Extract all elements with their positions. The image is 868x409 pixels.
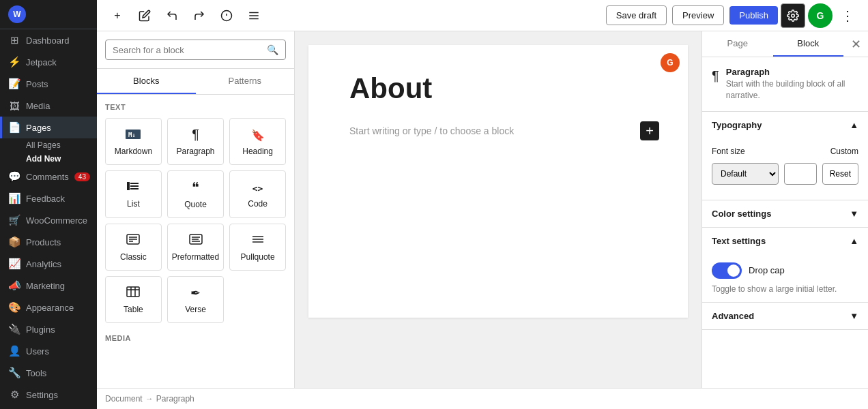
block-item-markdown[interactable]: M↓Markdown [105,118,162,165]
block-item-list[interactable]: List [105,170,162,218]
sidebar-item-posts[interactable]: 📝Posts [0,73,97,95]
drop-cap-toggle[interactable] [712,262,742,279]
custom-label: Custom [830,147,858,156]
svg-rect-26 [127,287,139,297]
sidebar-item-dashboard[interactable]: ⊞Dashboard [0,29,97,51]
font-size-select[interactable]: DefaultSmallMediumLargeX-Large [712,163,779,185]
text-settings-chevron-icon: ▲ [850,236,858,246]
dashboard-icon: ⊞ [8,34,20,46]
list-view-button[interactable] [242,3,266,28]
publish-button[interactable]: Publish [729,6,778,25]
page-title[interactable]: About [349,72,647,105]
block-item-quote[interactable]: ❝Quote [167,170,224,218]
block-inserter-panel: 🔍 Blocks Patterns TEXT M↓Markdown¶Paragr… [97,31,295,388]
block-item-preformatted[interactable]: Preformatted [167,224,224,271]
sidebar-item-appearance[interactable]: 🎨Appearance [0,297,97,318]
paragraph-label: Paragraph [176,147,214,156]
drop-cap-row: Drop cap [712,262,858,279]
sidebar-logo[interactable]: W [0,0,97,29]
wp-logo-icon: W [8,5,26,23]
block-placeholder[interactable]: Start writing or type / to choose a bloc… [349,119,647,143]
badge-comments: 43 [74,172,90,181]
color-settings-header[interactable]: Color settings ▼ [702,200,868,227]
preview-button[interactable]: Preview [672,5,724,25]
svg-text:M↓: M↓ [128,132,136,138]
block-item-code[interactable]: <>Code [229,170,286,218]
sidebar-sub-add-new[interactable]: Add New [0,152,97,166]
breadcrumb-document[interactable]: Document [105,394,143,404]
settings-button[interactable] [781,3,805,28]
grammarly-toolbar-button[interactable]: G [808,3,833,28]
edit-button[interactable] [132,3,157,28]
main-content: + Save draft Preview Publish G ⋮ [97,0,868,409]
typography-header[interactable]: Typography ▲ [702,112,868,138]
add-block-button[interactable]: + [105,3,130,28]
text-settings-label: Text settings [712,236,766,246]
table-icon [126,285,140,301]
block-item-pullquote[interactable]: Pullquote [229,224,286,271]
sidebar-item-tools[interactable]: 🔧Tools [0,362,97,384]
tab-blocks[interactable]: Blocks [97,69,196,94]
category-text-label: TEXT [105,103,286,111]
redo-button[interactable] [187,3,212,28]
markdown-icon: M↓ [126,127,141,142]
sidebar-label-settings: Settings [26,390,58,400]
reset-font-size-button[interactable]: Reset [822,163,858,185]
sidebar-label-products: Products [26,237,61,247]
info-button[interactable] [214,3,239,28]
sidebar-sub-all-pages[interactable]: All Pages [0,138,97,152]
block-search-wrapper: 🔍 [105,40,286,60]
sidebar-item-plugins[interactable]: 🔌Plugins [0,318,97,340]
breadcrumb-arrow: → [145,394,154,404]
block-item-paragraph[interactable]: ¶Paragraph [167,118,224,165]
editor-toolbar: + Save draft Preview Publish G ⋮ [97,0,868,31]
close-settings-button[interactable]: ✕ [843,32,868,57]
sidebar-item-media[interactable]: 🖼Media [0,95,97,117]
settings-panel: Page Block ✕ ¶ Paragraph Start with the … [701,31,868,388]
list-label: List [127,199,140,209]
sidebar-item-analytics[interactable]: 📈Analytics [0,253,97,275]
block-item-classic[interactable]: Classic [105,224,162,271]
sidebar-item-woocommerce[interactable]: 🛒WooCommerce [0,209,97,231]
block-item-heading[interactable]: 🔖Heading [229,118,286,165]
block-info-name: Paragraph [726,67,858,77]
more-options-button[interactable]: ⋮ [835,3,860,28]
sidebar-item-pages[interactable]: 📄Pages [0,117,97,138]
sidebar-label-media: Media [26,101,50,111]
verse-icon: ✒ [190,285,201,301]
sidebar-item-users[interactable]: 👤Users [0,340,97,362]
sidebar-item-comments[interactable]: 💬Comments43 [0,166,97,187]
block-item-verse[interactable]: ✒Verse [167,276,224,323]
tab-patterns[interactable]: Patterns [196,69,295,94]
sidebar-item-settings[interactable]: ⚙Settings [0,384,97,406]
quote-label: Quote [184,200,207,209]
advanced-label: Advanced [712,311,754,321]
plugins-icon: 🔌 [8,323,20,335]
grammarly-badge[interactable]: G [661,53,680,72]
breadcrumb: Document → Paragraph [97,388,868,409]
block-item-table[interactable]: Table [105,276,162,323]
block-search-input[interactable] [113,45,261,55]
settings-icon: ⚙ [8,389,20,401]
sidebar-item-marketing[interactable]: 📣Marketing [0,275,97,297]
add-block-inline-button[interactable]: + [640,121,659,140]
classic-label: Classic [120,252,147,262]
collapse-menu-button[interactable]: Collapse menu [0,406,97,409]
sidebar-label-jetpack: Jetpack [26,57,57,67]
sidebar-item-products[interactable]: 📦Products [0,231,97,253]
advanced-header[interactable]: Advanced ▼ [702,303,868,329]
paragraph-icon: ¶ [192,127,199,142]
undo-button[interactable] [160,3,184,28]
save-draft-button[interactable]: Save draft [606,5,667,25]
sidebar-nav: ⊞Dashboard⚡Jetpack📝Posts🖼Media📄PagesAll … [0,29,97,409]
text-settings-header[interactable]: Text settings ▲ [702,228,868,254]
text-settings-body: Drop cap Toggle to show a large initial … [702,254,868,302]
pullquote-label: Pullquote [241,252,275,262]
custom-size-input[interactable] [784,163,817,185]
sidebar-item-feedback[interactable]: 📊Feedback [0,187,97,209]
breadcrumb-current[interactable]: Paragraph [156,394,194,404]
sidebar-label-users: Users [26,346,49,357]
tab-block[interactable]: Block [773,31,844,57]
sidebar-item-jetpack[interactable]: ⚡Jetpack [0,51,97,73]
tab-page[interactable]: Page [702,31,773,57]
